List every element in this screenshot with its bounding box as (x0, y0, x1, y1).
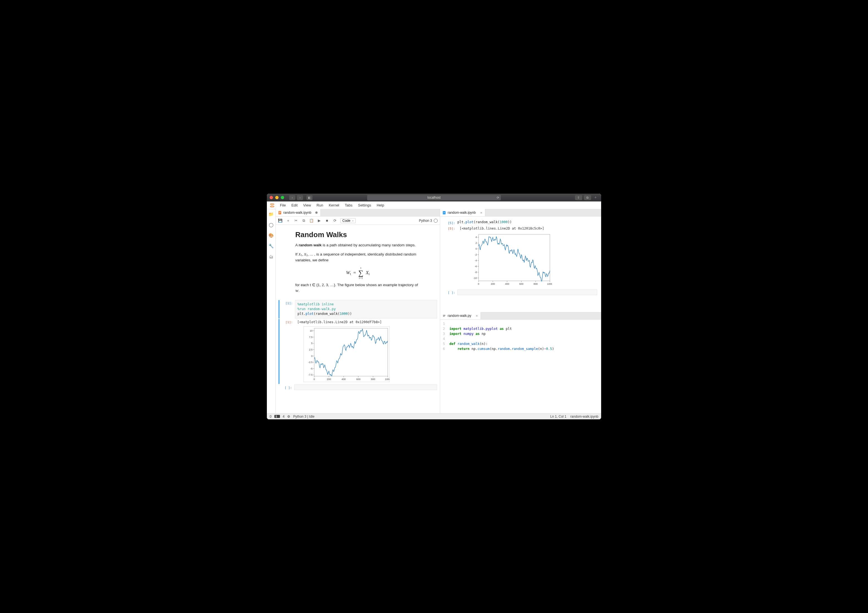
svg-text:-6: -6 (475, 265, 477, 268)
notebook-body[interactable]: [5]: plt.plot(random_walk(1000)) [5]: [<… (440, 217, 601, 312)
svg-text:2.5: 2.5 (309, 348, 313, 351)
status-terminals-count: 4 (283, 414, 285, 419)
menu-settings[interactable]: Settings (355, 202, 374, 208)
restart-icon[interactable]: ⟳ (333, 219, 337, 223)
svg-text:400: 400 (341, 378, 346, 380)
activity-bar: 📁 ◯ 🎨 🔧 🗂 (267, 209, 276, 413)
running-kernels-icon[interactable]: ◯ (268, 222, 274, 228)
menu-file[interactable]: File (277, 202, 288, 208)
code-cell[interactable]: [1]: %matplotlib inline %run random-walk… (279, 300, 437, 318)
status-ln-col[interactable]: Ln 1, Col 1 (550, 414, 566, 419)
kernel-status-icon[interactable] (434, 219, 438, 223)
status-lsp-icon[interactable]: ⚙ (287, 414, 290, 419)
terminals-icon[interactable]: $_ (274, 415, 280, 418)
tab-close-icon[interactable]: × (476, 314, 478, 318)
cell-type-select[interactable]: Code (340, 218, 356, 223)
right-bottom-tab-bar: random-walk.py × (440, 312, 601, 320)
url-text: localhost (427, 196, 440, 200)
status-messages[interactable]: 0 (270, 414, 271, 419)
status-file: random-walk.ipynb (570, 414, 598, 419)
insert-cell-icon[interactable]: ＋ (286, 218, 290, 223)
menu-view[interactable]: View (301, 202, 313, 208)
window-maximize-button[interactable] (281, 196, 284, 199)
svg-text:0: 0 (476, 247, 477, 250)
menu-help[interactable]: Help (374, 202, 387, 208)
prompt-in: [5]: (444, 220, 457, 225)
code-cell-empty[interactable]: [ ]: (279, 385, 437, 390)
code-cell[interactable]: [5]: plt.plot(random_walk(1000)) (444, 220, 597, 225)
plot-output: 02004006008001000-7.5-5-2.502.557.510 (303, 326, 437, 383)
svg-text:-8: -8 (475, 271, 477, 274)
nav-forward-button[interactable]: › (297, 195, 303, 200)
reload-icon[interactable]: ⟳ (497, 196, 499, 200)
url-bar[interactable]: localhost ⟳ (367, 195, 501, 200)
commands-icon[interactable]: 🎨 (268, 233, 274, 238)
tab-random-walk-notebook[interactable]: random-walk.ipynb (276, 209, 321, 216)
paste-icon[interactable]: 📋 (309, 219, 314, 223)
statusbar: 0 $_ 4 ⚙ Python 3 | Idle Ln 1, Col 1 ran… (267, 413, 601, 419)
window-close-button[interactable] (270, 196, 273, 199)
svg-text:4: 4 (476, 236, 477, 239)
notebook-body[interactable]: Random Walks A random walk is a path obt… (276, 225, 440, 413)
save-icon[interactable]: 💾 (278, 219, 282, 223)
menu-run[interactable]: Run (314, 202, 326, 208)
output-cell: [5]: [<matplotlib.lines.Line2D at 0x1201… (444, 225, 597, 289)
status-kernel[interactable]: Python 3 | Idle (293, 414, 315, 419)
open-tabs-icon[interactable]: 🗂 (268, 254, 274, 259)
kernel-name[interactable]: Python 3 (419, 219, 432, 223)
tab-label: random-walk.ipynb (283, 211, 312, 214)
tab-random-walk-notebook-2[interactable]: random-walk.ipynb × (440, 209, 485, 216)
svg-text:7.5: 7.5 (309, 335, 313, 338)
svg-text:600: 600 (519, 282, 524, 286)
new-tab-button[interactable]: + (593, 195, 598, 200)
window-minimize-button[interactable] (275, 196, 279, 199)
svg-text:-4: -4 (475, 259, 477, 262)
output-text: [<matplotlib.lines.Line2D at 0x1200df7b8… (295, 319, 437, 325)
jupyterlab-app: File Edit View Run Kernel Tabs Settings … (267, 202, 601, 419)
code-cell-empty[interactable]: [ ]: (444, 290, 597, 295)
run-icon[interactable]: ▶ (317, 219, 321, 223)
text-file-icon (442, 314, 446, 318)
file-browser-icon[interactable]: 📁 (268, 211, 274, 217)
notebook-toolbar: 💾 ＋ ✂ ⧉ 📋 ▶ ■ ⟳ Code (276, 217, 440, 225)
copy-icon[interactable]: ⧉ (301, 219, 306, 223)
browser-window: ‹ › ◧ localhost ⟳ ⇪ ⧉ + File Edit View R… (267, 194, 601, 419)
code-input[interactable] (457, 290, 597, 295)
right-pane: random-walk.ipynb × [5]: plt.plot(random… (440, 209, 601, 413)
matplotlib-figure: 02004006008001000-10-8-6-4-2024 (468, 233, 552, 287)
cut-icon[interactable]: ✂ (294, 219, 298, 223)
stop-icon[interactable]: ■ (325, 219, 329, 223)
editor-content[interactable]: import matplotlib.pyplot as pltimport nu… (447, 320, 556, 413)
menu-edit[interactable]: Edit (289, 202, 300, 208)
menu-tabs[interactable]: Tabs (343, 202, 355, 208)
prompt-out: [1]: (279, 319, 295, 384)
tools-icon[interactable]: 🔧 (268, 243, 274, 249)
browser-titlebar: ‹ › ◧ localhost ⟳ ⇪ ⧉ + (267, 194, 601, 202)
tabs-button[interactable]: ⧉ (584, 195, 591, 200)
nav-back-button[interactable]: ‹ (289, 195, 295, 200)
svg-text:-2.5: -2.5 (308, 361, 313, 364)
show-sidebar-button[interactable]: ◧ (307, 195, 313, 200)
md-paragraph: If X1, X2, … , is a sequence of independ… (295, 251, 420, 263)
output-cell: [1]: [<matplotlib.lines.Line2D at 0x1200… (279, 319, 437, 384)
svg-text:1000: 1000 (547, 282, 552, 286)
svg-text:200: 200 (327, 378, 331, 380)
prompt-in: [1]: (279, 300, 295, 318)
share-button[interactable]: ⇪ (575, 195, 582, 200)
tab-random-walk-py[interactable]: random-walk.py × (440, 312, 481, 319)
notebook-icon (442, 211, 446, 214)
python-editor[interactable]: 1 2 3 4 5 6 import matplotlib.pyplot as … (440, 320, 601, 413)
page-title: Random Walks (295, 230, 420, 239)
svg-text:5: 5 (311, 342, 313, 345)
jupyter-logo-icon (269, 202, 275, 208)
svg-text:-2: -2 (475, 253, 477, 256)
tab-close-icon[interactable]: × (480, 211, 482, 215)
markdown-cell[interactable]: Random Walks A random walk is a path obt… (279, 227, 437, 300)
code-input[interactable]: plt.plot(random_walk(1000)) (457, 220, 597, 225)
tab-label: random-walk.ipynb (448, 211, 476, 214)
svg-rect-4 (279, 212, 281, 213)
code-input[interactable] (294, 385, 437, 390)
menubar: File Edit View Run Kernel Tabs Settings … (267, 202, 601, 209)
menu-kernel[interactable]: Kernel (326, 202, 342, 208)
code-input[interactable]: %matplotlib inline %run random-walk.py p… (295, 300, 437, 318)
